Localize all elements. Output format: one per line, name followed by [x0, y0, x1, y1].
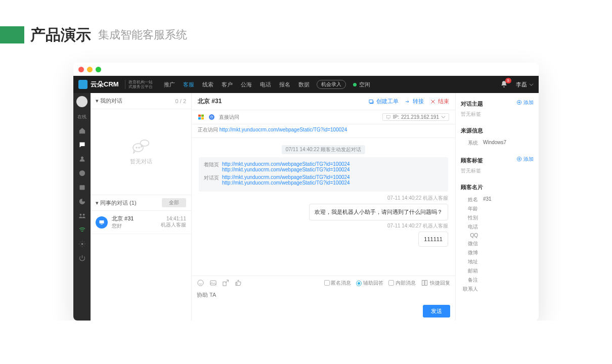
nav-item[interactable]: 推广: [164, 81, 175, 88]
attachment-icon[interactable]: [222, 279, 230, 287]
svg-point-0: [79, 170, 84, 176]
empty-state: 暂无对话: [91, 109, 191, 195]
card-field[interactable]: 微信: [461, 240, 534, 247]
card-field[interactable]: 电话: [461, 223, 534, 231]
filter-all-button[interactable]: 全部: [162, 198, 186, 207]
svg-rect-16: [210, 281, 216, 285]
empty-chat-icon: [132, 139, 150, 154]
card-field[interactable]: 微博: [461, 249, 534, 256]
conversation-item[interactable]: 北京 #31 您好 14:41:11 机器人客服: [91, 211, 191, 234]
card-field[interactable]: 年龄: [461, 205, 534, 212]
nav-item[interactable]: 客户: [222, 81, 233, 88]
ref-link[interactable]: http://mkt.yunduocrm.com/webpageStatic/T…: [222, 167, 350, 172]
quick-reply-button[interactable]: 快捷回复: [421, 279, 450, 287]
card-field[interactable]: QQ: [461, 233, 534, 238]
ref-link[interactable]: http://mkt.yunduocrm.com/webpageStatic/T…: [222, 161, 350, 167]
anon-toggle[interactable]: 匿名消息: [324, 280, 352, 287]
access-label: 直接访问: [219, 114, 239, 121]
add-tag-button[interactable]: 添加: [516, 156, 534, 163]
compose-area: 匿名消息 辅助回答 内部消息 快捷回复 发送: [192, 276, 455, 321]
plus-circle-icon: [516, 156, 522, 162]
nav-item[interactable]: 报名: [279, 81, 290, 88]
chat-panel: 北京 #31 创建工单 转接 结束 直接访问 IP: 221.219.162.1…: [192, 93, 456, 321]
svg-point-3: [133, 144, 143, 152]
transfer-button[interactable]: 转接: [405, 98, 424, 105]
chat-title: 北京 #31: [198, 97, 222, 106]
nav-item[interactable]: 线索: [202, 81, 213, 88]
svg-rect-7: [198, 115, 201, 117]
card-field[interactable]: 姓名#31: [461, 196, 534, 203]
visiting-link[interactable]: http://mkt.yunduocrm.com/webpageStatic/T…: [220, 127, 347, 132]
like-icon[interactable]: [235, 279, 242, 287]
home-icon[interactable]: [78, 127, 86, 134]
create-ticket-button[interactable]: 创建工单: [368, 98, 399, 105]
ref-link[interactable]: http://mkt.yunduocrm.com/webpageStatic/T…: [222, 180, 350, 186]
svg-point-5: [139, 147, 140, 148]
card-field[interactable]: 备注: [461, 277, 534, 284]
close-dot[interactable]: [78, 67, 84, 72]
nav-item[interactable]: 电话: [260, 81, 271, 88]
system-chip: 07/11 14:40:22 顾客主动发起对话: [282, 145, 366, 154]
message-input[interactable]: [197, 292, 450, 298]
referrer-box: 着陆页http://mkt.yunduocrm.com/webpageStati…: [199, 157, 448, 192]
user-menu[interactable]: 李磊: [516, 81, 534, 88]
chat-scroll[interactable]: 07/11 14:40:22 顾客主动发起对话 着陆页http://mkt.yu…: [192, 138, 455, 276]
my-conversations-header[interactable]: ▾ 我的对话 0 / 2: [91, 93, 191, 109]
record-button[interactable]: 机会录入: [317, 80, 346, 89]
image-icon[interactable]: [209, 279, 217, 287]
minimize-dot[interactable]: [87, 67, 93, 72]
status-idle[interactable]: 空闲: [353, 81, 370, 88]
svg-rect-6: [100, 220, 104, 223]
mac-titlebar: [73, 63, 539, 76]
brand-icon: [78, 80, 88, 89]
nav-item[interactable]: 数据: [298, 81, 310, 88]
source-title: 来源信息: [461, 127, 534, 134]
colleague-conversations-header[interactable]: ▾ 同事的对话 (1) 全部: [91, 195, 191, 211]
card-field[interactable]: 联系人: [461, 286, 534, 293]
chrome-icon: [208, 114, 215, 120]
send-button[interactable]: 发送: [423, 305, 450, 317]
brand-sub: 教育机构一站式服务云平台: [125, 80, 153, 89]
svg-rect-10: [201, 117, 204, 119]
brand[interactable]: 云朵CRM 教育机构一站式服务云平台: [78, 80, 153, 89]
svg-rect-1: [79, 185, 84, 190]
nav-item[interactable]: 公海: [241, 81, 252, 88]
pie-icon[interactable]: [78, 198, 86, 205]
wifi-icon[interactable]: [78, 226, 86, 234]
nav-item-active[interactable]: 客服: [183, 81, 194, 88]
chevron-down-icon: [441, 115, 446, 119]
avatar[interactable]: [76, 96, 88, 107]
svg-rect-14: [386, 115, 390, 118]
plus-circle-icon: [516, 100, 522, 105]
notification-badge: 5: [505, 78, 511, 83]
group-icon[interactable]: [78, 212, 86, 219]
add-topic-button[interactable]: 添加: [516, 99, 534, 106]
slide-header: 产品演示 集成智能客服系统: [0, 17, 612, 53]
assist-toggle[interactable]: 辅助回答: [356, 280, 383, 287]
accent-bar: [0, 26, 24, 43]
chat-icon[interactable]: [78, 141, 86, 149]
emoji-icon[interactable]: [197, 279, 204, 287]
check-circle-icon[interactable]: [78, 169, 86, 177]
status-dot-icon: [353, 83, 357, 86]
topic-title: 对话主题: [461, 100, 483, 108]
person-icon[interactable]: [78, 155, 86, 163]
tags-title: 顾客标签: [461, 157, 483, 164]
notification-bell[interactable]: 5: [500, 80, 508, 89]
rail-status: 在线: [77, 114, 86, 120]
end-button[interactable]: 结束: [430, 98, 449, 105]
card-field[interactable]: 性别: [461, 214, 534, 221]
calendar-icon[interactable]: [78, 184, 86, 191]
msg-meta: 07-11 14:40:27 机器人客服: [199, 222, 448, 230]
card-field[interactable]: 邮箱: [461, 267, 534, 275]
sidebar-rail: 在线: [73, 93, 91, 321]
ref-link[interactable]: http://mkt.yunduocrm.com/webpageStatic/T…: [222, 174, 350, 180]
card-field[interactable]: 地址: [461, 258, 534, 265]
svg-point-13: [211, 116, 212, 118]
ip-box[interactable]: IP: 221.219.162.191: [382, 113, 449, 121]
power-icon[interactable]: [78, 254, 86, 262]
windows-icon: [198, 114, 204, 120]
gear-icon[interactable]: [78, 240, 86, 248]
zoom-dot[interactable]: [96, 67, 101, 72]
internal-toggle[interactable]: 内部消息: [388, 280, 416, 287]
